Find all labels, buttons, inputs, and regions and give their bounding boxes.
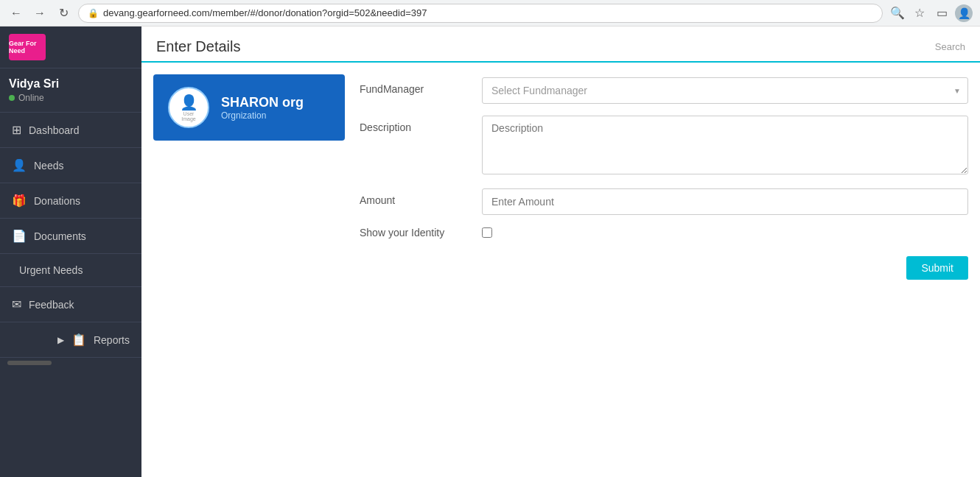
avatar-label: UserImage (181, 111, 195, 121)
sidebar-item-label-feedback: Feedback (29, 299, 74, 311)
org-avatar-inner: 👤 UserImage (169, 88, 208, 127)
profile-avatar[interactable]: 👤 (955, 4, 973, 22)
sidebar-scrollbar[interactable] (7, 361, 52, 365)
submit-button[interactable]: Submit (906, 256, 968, 280)
amount-input[interactable] (482, 188, 968, 215)
status-text: Online (18, 93, 44, 103)
org-info: SHARON org Orgnization (221, 95, 304, 121)
sidebar-item-feedback[interactable]: ✉ Feedback (0, 287, 141, 322)
app-layout: Gear For Need Vidya Sri Online ⊞ Dashboa… (0, 26, 980, 477)
dashboard-icon: ⊞ (12, 123, 21, 137)
amount-label: Amount (360, 188, 470, 206)
donations-icon: 🎁 (12, 194, 27, 208)
star-icon-btn[interactable]: ☆ (911, 4, 928, 22)
sidebar-item-label-donations: Donations (34, 195, 80, 207)
show-identity-row: Show your Identity (360, 227, 968, 239)
description-control (482, 116, 968, 177)
lock-icon: 🔒 (88, 8, 99, 18)
amount-row: Amount (360, 188, 968, 215)
form-area: FundManager Select Fundmanager Descripti… (360, 74, 968, 465)
org-name: SHARON org (221, 95, 304, 110)
search-label[interactable]: Search (935, 41, 965, 52)
search-icon-btn[interactable]: 🔍 (889, 4, 906, 22)
back-button[interactable]: ← (7, 4, 25, 22)
org-card: 👤 UserImage SHARON org Orgnization (153, 74, 345, 141)
sidebar-item-documents[interactable]: 📄 Documents (0, 219, 141, 254)
org-avatar: 👤 UserImage (168, 87, 209, 128)
user-status: Online (9, 93, 133, 103)
feedback-icon: ✉ (12, 297, 21, 311)
browser-chrome: ← → ↻ 🔒 devang.gearforneed.com/member/#/… (0, 0, 980, 26)
expand-icon-reports: ▶ (57, 335, 64, 345)
browser-actions: 🔍 ☆ ▭ 👤 (889, 4, 973, 22)
user-name: Vidya Sri (9, 77, 133, 91)
sidebar-item-label-documents: Documents (34, 230, 86, 242)
page-header: Enter Details Search (141, 26, 980, 63)
logo-image: Gear For Need (9, 34, 46, 60)
sidebar-toggle-btn[interactable]: ▭ (933, 4, 951, 22)
org-type: Orgnization (221, 110, 304, 121)
content-area: 👤 UserImage SHARON org Orgnization FundM… (141, 63, 980, 477)
fundmanager-row: FundManager Select Fundmanager (360, 77, 968, 104)
fundmanager-control: Select Fundmanager (482, 77, 968, 104)
url-text: devang.gearforneed.com/member/#/donor/do… (103, 7, 427, 18)
fundmanager-select[interactable]: Select Fundmanager (482, 77, 968, 104)
page-title: Enter Details (156, 38, 241, 55)
documents-icon: 📄 (12, 229, 27, 243)
main-content: Enter Details Search 👤 UserImage SHARON … (141, 26, 980, 477)
form-actions: Submit (360, 250, 968, 280)
sidebar-item-label-needs: Needs (34, 160, 63, 172)
sidebar-item-label-reports: Reports (94, 334, 130, 346)
needs-icon: 👤 (12, 158, 27, 172)
sidebar-logo: Gear For Need (0, 26, 141, 68)
user-section: Vidya Sri Online (0, 68, 141, 113)
amount-control (482, 188, 968, 215)
sidebar-item-donations[interactable]: 🎁 Donations (0, 183, 141, 219)
refresh-button[interactable]: ↻ (55, 4, 72, 22)
org-avatar-icon: 👤 (180, 93, 198, 111)
forward-button[interactable]: → (31, 4, 49, 22)
address-bar[interactable]: 🔒 devang.gearforneed.com/member/#/donor/… (78, 4, 883, 23)
status-dot (9, 95, 15, 101)
sidebar-item-needs[interactable]: 👤 Needs (0, 148, 141, 183)
sidebar-item-label-urgent: Urgent Needs (19, 264, 83, 276)
description-row: Description (360, 116, 968, 177)
description-label: Description (360, 116, 470, 133)
sidebar: Gear For Need Vidya Sri Online ⊞ Dashboa… (0, 26, 141, 477)
fundmanager-label: FundManager (360, 77, 470, 95)
sidebar-item-urgent-needs[interactable]: Urgent Needs (0, 254, 141, 287)
show-identity-label: Show your Identity (360, 227, 470, 239)
sidebar-item-reports[interactable]: ▶ 📋 Reports (0, 322, 141, 358)
description-textarea[interactable] (482, 116, 968, 174)
show-identity-checkbox[interactable] (482, 227, 492, 238)
sidebar-item-dashboard[interactable]: ⊞ Dashboard (0, 113, 141, 148)
reports-icon: 📋 (71, 333, 86, 347)
sidebar-item-label-dashboard: Dashboard (29, 124, 80, 136)
